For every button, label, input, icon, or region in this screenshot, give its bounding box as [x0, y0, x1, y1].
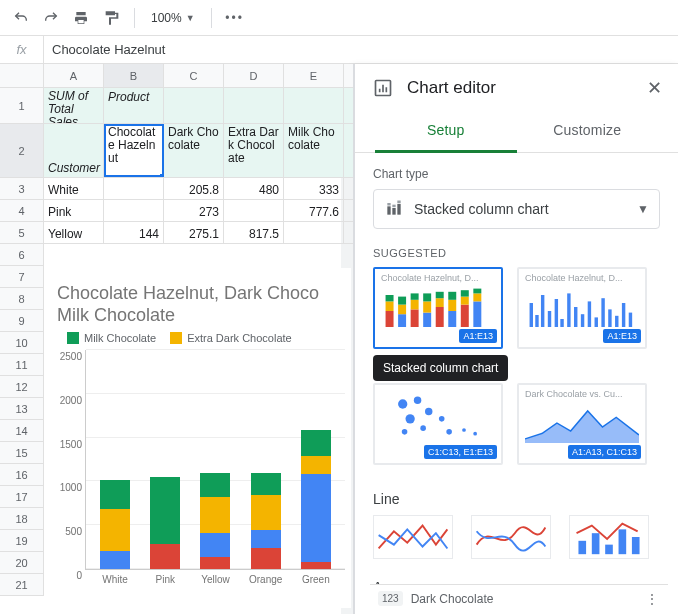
svg-rect-17 — [423, 301, 431, 312]
cell[interactable]: White — [44, 178, 104, 199]
line-chart-option-3[interactable] — [569, 515, 649, 559]
cell[interactable]: Product — [104, 88, 164, 123]
row-num[interactable]: 7 — [0, 266, 43, 288]
chart-title: Chocolate Hazelnut, Dark ChocoMilk Choco… — [57, 282, 351, 326]
cell[interactable]: 817.5 — [224, 222, 284, 243]
chart-type-select[interactable]: Stacked column chart ▼ — [373, 189, 660, 229]
row-num[interactable]: 1 — [0, 88, 43, 124]
cell[interactable]: Extra Dark Chocolate — [224, 124, 284, 177]
cell[interactable]: 275.1 — [164, 222, 224, 243]
row-num[interactable]: 21 — [0, 574, 43, 596]
tab-setup[interactable]: Setup — [375, 112, 517, 153]
svg-point-49 — [406, 414, 415, 423]
svg-rect-1 — [387, 206, 390, 214]
line-chart-option-1[interactable] — [373, 515, 453, 559]
cell[interactable] — [284, 88, 344, 123]
cell[interactable]: Customer — [44, 124, 104, 177]
tooltip: Stacked column chart — [373, 355, 508, 381]
series-chip[interactable]: 123 Dark Chocolate ⋮ — [370, 584, 668, 612]
svg-rect-28 — [473, 301, 481, 327]
col-B[interactable]: B — [104, 64, 164, 87]
cell[interactable]: 205.8 — [164, 178, 224, 199]
col-A[interactable]: A — [44, 64, 104, 87]
row-num[interactable]: 2 — [0, 124, 43, 178]
series-name: Dark Chocolate — [411, 592, 494, 606]
formula-value[interactable]: Chocolate Hazelnut — [44, 42, 165, 57]
line-chart-option-2[interactable] — [471, 515, 551, 559]
more-icon[interactable]: ⋮ — [646, 592, 660, 606]
more-button[interactable]: ••• — [222, 5, 248, 31]
row-num[interactable]: 8 — [0, 288, 43, 310]
cell[interactable]: Milk Chocolate — [284, 124, 344, 177]
row-num[interactable]: 12 — [0, 376, 43, 398]
suggested-chart-2[interactable]: Chocolate Hazelnut, D... A1:E13 — [517, 267, 647, 349]
thumb-title: Dark Chocolate vs. Cu... — [525, 389, 639, 399]
row-num[interactable]: 14 — [0, 420, 43, 442]
close-button[interactable]: ✕ — [647, 77, 662, 99]
row-num[interactable]: 13 — [0, 398, 43, 420]
undo-button[interactable] — [8, 5, 34, 31]
zoom-select[interactable]: 100%▼ — [145, 11, 201, 25]
row-num[interactable]: 10 — [0, 332, 43, 354]
row-num[interactable]: 20 — [0, 552, 43, 574]
cell[interactable] — [164, 88, 224, 123]
row-num[interactable]: 3 — [0, 178, 43, 200]
svg-rect-4 — [392, 204, 395, 207]
svg-rect-8 — [386, 301, 394, 311]
cell[interactable]: Pink — [44, 200, 104, 221]
suggested-label: SUGGESTED — [373, 247, 660, 259]
svg-rect-35 — [555, 299, 558, 327]
col-E[interactable]: E — [284, 64, 344, 87]
print-button[interactable] — [68, 5, 94, 31]
line-section-label: Line — [373, 491, 660, 507]
spreadsheet: A B C D E 1 2 3 4 5 6 7 8 9 10 11 12 13 — [0, 64, 354, 614]
cell[interactable]: 273 — [164, 200, 224, 221]
cell[interactable]: Dark Chocolate — [164, 124, 224, 177]
col-D[interactable]: D — [224, 64, 284, 87]
cell[interactable] — [284, 222, 344, 243]
row-num[interactable]: 17 — [0, 486, 43, 508]
toolbar: 100%▼ ••• — [0, 0, 678, 36]
svg-rect-12 — [398, 297, 406, 305]
svg-rect-61 — [632, 537, 640, 554]
row-num[interactable]: 18 — [0, 508, 43, 530]
cell[interactable] — [224, 88, 284, 123]
row-num[interactable]: 15 — [0, 442, 43, 464]
cell[interactable] — [224, 200, 284, 221]
cell[interactable]: 144 — [104, 222, 164, 243]
row-num[interactable]: 6 — [0, 244, 43, 266]
chevron-down-icon: ▼ — [186, 13, 195, 23]
cell[interactable]: 777.6 — [284, 200, 344, 221]
cell[interactable] — [104, 200, 164, 221]
chart-editor-panel: Chart editor ✕ Setup Customize Chart typ… — [354, 64, 678, 614]
svg-rect-24 — [448, 292, 456, 300]
row-num[interactable]: 16 — [0, 464, 43, 486]
row-num[interactable]: 5 — [0, 222, 43, 244]
row-num[interactable]: 19 — [0, 530, 43, 552]
svg-rect-30 — [473, 289, 481, 294]
row-num[interactable]: 4 — [0, 200, 43, 222]
embedded-chart[interactable]: Chocolate Hazelnut, Dark ChocoMilk Choco… — [47, 268, 351, 608]
suggested-chart-1[interactable]: Chocolate Hazelnut, D... — [373, 267, 503, 349]
suggested-chart-4[interactable]: Dark Chocolate vs. Cu... A1:A13, C1:C13 — [517, 383, 647, 465]
row-num[interactable]: 11 — [0, 354, 43, 376]
tab-customize[interactable]: Customize — [517, 112, 659, 152]
select-all-corner[interactable] — [0, 64, 44, 87]
cell[interactable]: SUM of Total Sales — [44, 88, 104, 123]
cell[interactable]: 480 — [224, 178, 284, 199]
svg-rect-3 — [392, 208, 395, 215]
paint-format-button[interactable] — [98, 5, 124, 31]
cell-value: Chocolate Hazelnut — [108, 126, 159, 165]
row-num[interactable]: 9 — [0, 310, 43, 332]
svg-rect-29 — [473, 293, 481, 301]
cell[interactable]: 333 — [284, 178, 344, 199]
legend-label: Extra Dark Chocolate — [187, 332, 292, 344]
cell-selected[interactable]: Chocolate Hazelnut — [104, 124, 164, 177]
suggested-chart-3[interactable]: C1:C13, E1:E13 — [373, 383, 503, 465]
redo-button[interactable] — [38, 5, 64, 31]
cell[interactable]: Yellow — [44, 222, 104, 243]
col-C[interactable]: C — [164, 64, 224, 87]
cell[interactable] — [104, 178, 164, 199]
svg-rect-31 — [530, 303, 533, 327]
selection-handle[interactable] — [160, 174, 164, 177]
